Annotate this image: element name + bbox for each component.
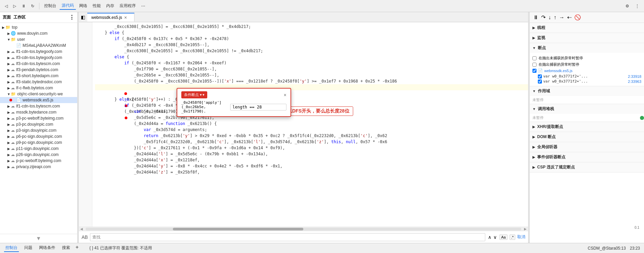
bp-line-cb-1[interactable] <box>538 74 542 78</box>
sidebar-item-lf3cdn[interactable]: ▶ ☁ lf3-cdn-tos.bytegoofy.com <box>0 55 77 61</box>
forward-btn[interactable]: ▷ <box>11 3 18 9</box>
sidebar-item-lf3short[interactable]: ▶ ☁ lf3-short.bytedapm.com <box>0 73 77 79</box>
sidebar-item-webmssdk[interactable]: 📄 webmssdk.es5.js <box>0 97 77 103</box>
h-scroll-right[interactable]: ▶ <box>523 227 528 231</box>
code-line-17: (_0x24d44a = function _0x6213b() { <box>95 121 528 127</box>
sidebar-item-user[interactable]: ▼ 📁 user <box>0 36 77 42</box>
code-content[interactable]: _0xcc6308[_0x2e1055] = _0xcc6308[_0x2e10… <box>92 22 528 227</box>
rpt-step-out-btn[interactable]: ↑ <box>553 14 557 21</box>
bp-cb-uncaught[interactable] <box>532 56 536 60</box>
bp-cb-label-caught: 在抛出捕获的异常时暂停 <box>539 62 579 67</box>
tree-arrow-lfcflwb: ▶ <box>7 86 11 90</box>
rpt-step-over-btn[interactable]: ↷ <box>541 13 546 21</box>
rpt-continue-btn[interactable]: → <box>558 14 565 21</box>
sidebar-item-p9-pc-sign[interactable]: ▶ ☁ p9-pc-sign.douyinpic.com <box>0 139 77 146</box>
h-scroll-left[interactable]: ◀ <box>79 227 84 231</box>
file-icon-webmssdk: 📄 <box>16 98 21 102</box>
panel-toggle-icon[interactable]: ◧ <box>79 14 87 20</box>
rpt-step-into-btn[interactable]: ↓ <box>548 14 552 21</box>
domain-icon-lf3bytescm: ☁ <box>11 61 15 66</box>
rp-section-header-monitor[interactable]: ▶ 监视 <box>530 33 644 43</box>
devtools-settings[interactable]: ⚙ <box>623 3 631 9</box>
rp-section-header-breakpoints[interactable]: ▼ 断点 <box>530 43 644 53</box>
search-next-btn[interactable]: ∨ <box>493 234 497 241</box>
tree-label-ms4w: MS4wLjABAAA2WKmM <box>23 43 66 48</box>
tab-more[interactable]: ⋯ <box>139 3 147 9</box>
tab-sources[interactable]: 源代码 <box>60 2 76 10</box>
back-btn[interactable]: ◁ <box>3 3 10 9</box>
sidebar-tab-page[interactable]: 页面 <box>3 14 11 20</box>
h-scrollbar-thumb[interactable] <box>173 228 304 230</box>
sidebar-item-p11-sign[interactable]: ▶ ☁ p11-sign.douyinpic.com <box>0 146 77 152</box>
pause-btn[interactable]: ⏸ <box>20 3 28 9</box>
tab-memory[interactable]: 内存 <box>104 2 116 9</box>
rp-section-header-scope[interactable]: ▼ 作用域 <box>530 86 644 96</box>
sidebar-item-lf1cdn[interactable]: ▶ ☁ lf1-cdn-tos.bytegoofy.com <box>0 49 77 55</box>
sidebar-scroll-down[interactable]: ▼ <box>36 235 41 242</box>
sidebar-item-p-pc-weboff[interactable]: ▶ ☁ p-pc-weboff.byteimg.com <box>0 158 77 164</box>
search-match-case-btn[interactable]: Aa <box>499 234 507 240</box>
status-tab-search[interactable]: 搜索 <box>61 244 71 252</box>
sidebar-tab-workspace[interactable]: 工作区 <box>13 14 26 20</box>
sidebar-item-top[interactable]: ▶ 📁 top <box>0 24 77 30</box>
sidebar-item-mssdk-bytedance[interactable]: ▶ ☁ mssdk.bytedance.com <box>0 109 77 115</box>
bp-close-btn[interactable]: × <box>284 92 286 98</box>
sidebar-item-objrc[interactable]: ▼ 📁 obj/rc-client-security/c-we <box>0 91 77 97</box>
sidebar-item-lf1cdn-bytescm[interactable]: ▶ ☁ lf1-cdn-tos.bytescm.com <box>0 103 77 109</box>
sidebar-item-p3-pc-weboff[interactable]: ▶ ☁ p3-pc-weboff.byteimg.com <box>0 115 77 121</box>
sidebar-item-privacy[interactable]: ▶ ☁ privacy.zijieapi.com <box>0 164 77 170</box>
rp-section-header-csp[interactable]: ▶ CSP 违反了规定断点 <box>530 162 644 172</box>
sidebar-item-lfcflwb[interactable]: ▶ ☁ lf-c-flwb.bytetos.com <box>0 85 77 91</box>
bp-cb-caught[interactable] <box>532 63 536 67</box>
sidebar-item-p6-pc-sign[interactable]: ▶ ☁ p6-pc-sign.douyinpic.com <box>0 133 77 139</box>
search-input[interactable] <box>90 233 486 241</box>
editor-tab-webmssdk[interactable]: webmssdk.es5.js × <box>87 13 134 22</box>
tree-arrow-lf3bytescm: ▶ <box>7 62 11 66</box>
sidebar-item-p3-sign-douyinpic[interactable]: ▶ ☁ p3-sign.douyinpic.com <box>0 127 77 133</box>
rp-section-header-dom-bp[interactable]: ▶ DOM 断点 <box>530 132 644 142</box>
sidebar-item-lf3static[interactable]: ▶ ☁ lf3-static.bytednsdoc.com <box>0 79 77 85</box>
code-line-10: (_0x2458f0 = _0xcc6308[_0x2e1055--])['x'… <box>95 78 528 84</box>
status-tab-issues[interactable]: 问题 <box>23 244 34 252</box>
bp-type-dropdown[interactable]: 条件断点 ▾ ▾ <box>181 91 207 98</box>
tab-application[interactable]: 应用程序 <box>118 2 138 9</box>
code-container[interactable]: _0xcc6308[_0x2e1055] = _0xcc6308[_0x2e10… <box>79 22 528 227</box>
tree-arrow-objrc: ▼ <box>7 92 11 96</box>
rp-section-header-xhr[interactable]: ▶ XHR/提取断点 <box>530 122 644 132</box>
sidebar-item-lf3pendah[interactable]: ▶ ☁ lf3-pendah.bytetos.com <box>0 67 77 73</box>
h-scrollbar[interactable]: ◀ ▶ <box>79 227 528 231</box>
status-tab-network-conditions[interactable]: 网络条件 <box>38 244 57 252</box>
tab-close-webmssdk[interactable]: × <box>124 15 127 20</box>
sidebar-item-p26-sign[interactable]: ▶ ☁ p26-sign.douyinpic.com <box>0 152 77 158</box>
rp-section-header-callstack[interactable]: ▼ 调用堆栈 <box>530 104 644 114</box>
search-bar-ab-icon: AB <box>82 234 88 240</box>
sidebar-item-ms4w[interactable]: 📄 MS4wLjABAAA2WKmM <box>0 42 77 49</box>
rp-section-header-global[interactable]: ▶ 全局侦听器 <box>530 142 644 152</box>
rp-section-header-event[interactable]: ▶ 事件侦听器断点 <box>530 152 644 162</box>
status-add-btn[interactable]: + <box>75 244 79 252</box>
search-cancel-btn[interactable]: 取消 <box>517 234 525 240</box>
bp-line-cb-2[interactable] <box>538 80 542 84</box>
search-prev-btn[interactable]: ∧ <box>487 234 492 241</box>
rp-section-header-threads[interactable]: ▶ 线程 <box>530 23 644 33</box>
search-regex-btn[interactable]: .* <box>510 234 515 240</box>
rpt-pause-btn[interactable]: ⏸ <box>532 14 539 21</box>
status-tab-console[interactable]: 控制台 <box>4 244 19 252</box>
tree-arrow-lf3pendah: ▶ <box>7 68 11 72</box>
bp-condition-input[interactable] <box>230 104 286 110</box>
tab-network[interactable]: 网络 <box>77 2 89 9</box>
refresh-btn[interactable]: ↻ <box>29 3 36 9</box>
sidebar-item-lf3bytescm[interactable]: ▶ ☁ lf3-cdn-tos.bytescm.com <box>0 61 77 67</box>
tab-console[interactable]: 控制台 <box>42 2 58 9</box>
rpt-deactivate-btn[interactable]: ⇠ <box>566 13 572 21</box>
sidebar-more-btn[interactable]: ⋮ <box>69 14 74 21</box>
bp-file-cb-webmssdk[interactable] <box>532 69 536 73</box>
tab-performance[interactable]: 性能 <box>91 2 103 9</box>
h-scrollbar-track[interactable] <box>86 228 521 230</box>
tree-arrow-p11-sign: ▶ <box>7 147 11 151</box>
zoom-indicator: 0.1 <box>635 226 639 229</box>
devtools-more[interactable]: ⋮ <box>633 3 641 9</box>
sidebar-item-p3-pc-douyinpic[interactable]: ▶ ☁ p3-pc.douyinpic.com <box>0 121 77 127</box>
sidebar-item-douyin[interactable]: ▶ 🌐 www.douyin.com <box>0 30 77 36</box>
rpt-stop-btn[interactable]: 🚫 <box>574 13 582 21</box>
